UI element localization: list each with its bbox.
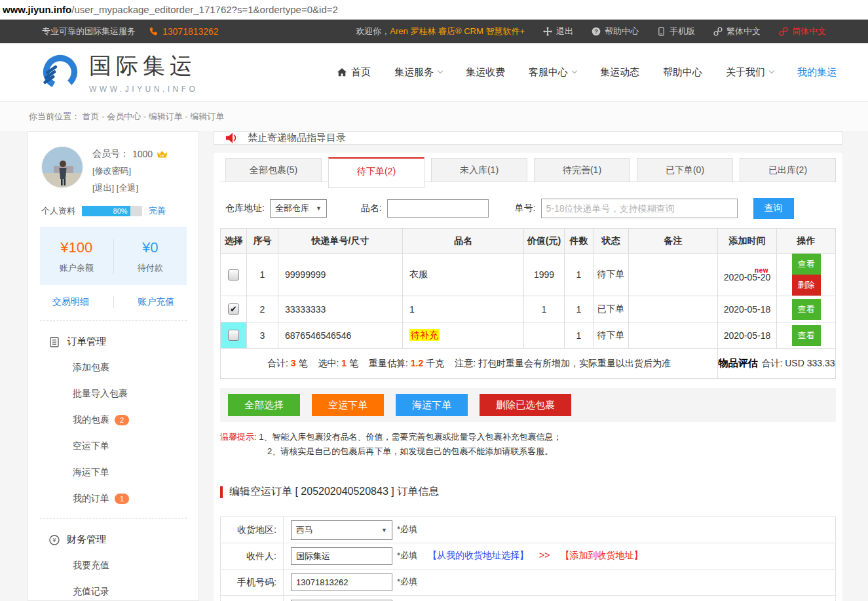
chevron-down-icon <box>438 68 443 73</box>
nav-item-support[interactable]: 客服中心 <box>529 66 576 79</box>
select-cell <box>221 254 247 296</box>
air-order-button[interactable]: 空运下单 <box>312 394 384 416</box>
row-checkbox[interactable] <box>228 269 239 281</box>
blank-label <box>221 596 284 601</box>
column-header: 备注 <box>629 229 718 254</box>
region-select[interactable]: 西马▼ <box>291 520 392 540</box>
name-cell: 衣服 <box>403 254 524 296</box>
sidebar-menu-title: ¥财务管理 <box>28 527 198 553</box>
avatar[interactable] <box>41 146 83 188</box>
sidebar-item-my_orders[interactable]: 我的订单1 <box>28 486 198 512</box>
tab-incomplete[interactable]: 待完善(1) <box>534 158 630 182</box>
phone-input[interactable] <box>291 573 392 591</box>
sidebar-menu: ¥财务管理我要充值充值记录 <box>28 518 198 601</box>
balance-amount: ¥100 <box>40 239 113 256</box>
site-logo[interactable]: 国际集运 WWW.JIYUN.INFO <box>42 51 198 94</box>
summary-row: 合计: 3 笔选中: 1 笔重量估算: 1.2 千克注意: 打包时重量会有所增加… <box>221 349 836 379</box>
sidebar-item-air_order[interactable]: 空运下单 <box>28 433 198 459</box>
search-button[interactable]: 查询 <box>753 198 794 219</box>
column-header: 价值(元) <box>524 229 565 254</box>
caret-down-icon: ▼ <box>381 527 387 533</box>
link-icon <box>779 27 788 36</box>
column-header: 件数 <box>565 229 594 254</box>
nav-item-label: 集运服务 <box>394 66 434 79</box>
profile-progress-fill: 80% <box>82 206 130 216</box>
tab-not_received[interactable]: 未入库(1) <box>431 158 527 182</box>
receiver-input[interactable] <box>291 547 392 565</box>
browser-address-bar[interactable]: www.jiyun.info/user_mypackage_editorder_… <box>0 0 868 20</box>
notice-bar[interactable]: 禁止寄递物品指导目录 <box>214 131 842 145</box>
order-icon <box>49 337 60 347</box>
nav-item-home[interactable]: 首页 <box>337 66 371 79</box>
sidebar-item-my_packages[interactable]: 我的包裹2 <box>28 407 198 433</box>
nav-item-news[interactable]: 集运动态 <box>600 66 639 79</box>
balance-label: 账户余额 <box>40 262 113 274</box>
sidebar-item-label: 充值记录 <box>73 586 109 598</box>
order-section-heading: 编辑空运订单 [ 205202040520843 ] 订单信息 <box>220 485 836 499</box>
sidebar-menu-title-label: 订单管理 <box>67 336 106 348</box>
tab-ordered[interactable]: 已下单(0) <box>637 158 733 182</box>
transactions-link[interactable]: 交易明细 <box>28 296 113 308</box>
sidebar-item-sea_order[interactable]: 海运下单 <box>28 459 198 486</box>
select-all-button[interactable]: 全部选择 <box>228 394 300 416</box>
view-button[interactable]: 查看 <box>792 325 821 346</box>
tab-pending_order[interactable]: 待下单(2) <box>328 157 425 188</box>
profile-progress-bar: 80% <box>82 206 142 216</box>
nav-item-pricing[interactable]: 集运收费 <box>466 66 505 79</box>
address-add-link[interactable]: >> <box>539 550 550 560</box>
exit-icon <box>543 27 552 36</box>
warehouse-select[interactable]: 全部仓库 ▼ <box>270 199 327 218</box>
service-phone-number: 13071813262 <box>162 26 219 37</box>
topbar-link-exit[interactable]: 退出 <box>543 26 573 37</box>
summary-unit: 笔 <box>347 358 358 368</box>
bulk-action-bar: 全部选择空运下单海运下单删除已选包裹 <box>220 388 836 422</box>
topbar-link-simplified[interactable]: 简体中文 <box>779 26 826 37</box>
phone-label: 手机号码: <box>221 570 284 596</box>
address-add-link[interactable]: 【添加到收货地址】 <box>560 550 643 560</box>
sidebar-item-add_package[interactable]: 添加包裹 <box>28 355 198 381</box>
product-name: 衣服 <box>409 269 428 279</box>
sidebar-item-batch_import[interactable]: 批量导入包裹 <box>28 381 198 407</box>
row-checkbox[interactable]: ✔ <box>228 303 239 315</box>
view-button[interactable]: 查看 <box>792 254 821 275</box>
logout-links[interactable]: [退出] [全退] <box>92 182 168 194</box>
topbar-link-help[interactable]: ?帮助中心 <box>592 26 639 37</box>
select-cell <box>221 322 247 349</box>
delete-selected-button[interactable]: 删除已选包裹 <box>480 394 571 416</box>
sidebar-item-recharge_records[interactable]: 充值记录 <box>28 579 198 601</box>
status-cell: 待下单 <box>594 322 629 349</box>
evaluation-value: 合计: USD 333.33 <box>761 358 835 368</box>
value-cell: 1999 <box>524 254 565 296</box>
sidebar-item-recharge[interactable]: 我要充值 <box>28 553 198 579</box>
nav-item-my[interactable]: 我的集运 <box>797 66 837 79</box>
nav-item-services[interactable]: 集运服务 <box>394 66 442 79</box>
receiver-label: 收件人: <box>221 543 284 570</box>
topbar-link-traditional[interactable]: 繁体中文 <box>713 26 761 37</box>
nav-item-help[interactable]: 帮助中心 <box>663 66 702 79</box>
topbar-link-label: 手机版 <box>670 26 695 37</box>
product-name-input[interactable] <box>387 199 489 218</box>
tracking-number-input[interactable] <box>541 199 738 218</box>
row-checkbox[interactable] <box>228 330 239 341</box>
link-icon <box>713 27 723 36</box>
sidebar-item-label: 我的订单 <box>73 493 109 505</box>
topbar-link-mobile[interactable]: 手机版 <box>657 26 695 37</box>
change-password-link[interactable]: [修改密码] <box>92 165 168 177</box>
recharge-link[interactable]: 账户充值 <box>113 296 199 308</box>
nav-item-about[interactable]: 关于我们 <box>726 66 774 79</box>
address-pick-link[interactable]: 【从我的收货地址选择】 <box>428 550 529 560</box>
delete-button[interactable]: 删除 <box>792 275 821 296</box>
status-cell: 待下单 <box>594 254 629 296</box>
complete-profile-link[interactable]: 完善 <box>149 205 166 217</box>
sea-order-button[interactable]: 海运下单 <box>396 394 468 416</box>
note-cell <box>629 322 718 349</box>
tab-all[interactable]: 全部包裹(5) <box>225 158 322 182</box>
table-row: 36876546546546待补充1待下单2020-05-18查看 <box>221 322 836 349</box>
packages-table: 选择序号快递单号/尺寸品名价值(元)件数状态备注添加时间操作 199999999… <box>220 228 836 379</box>
summary-piece: 重量估算: 1.2 千克 <box>369 358 444 368</box>
view-button[interactable]: 查看 <box>792 299 821 320</box>
date-cell: new2020-05-20 <box>718 254 777 296</box>
nav-item-label: 帮助中心 <box>663 66 702 79</box>
qty-cell: 1 <box>565 296 594 322</box>
tab-shipped[interactable]: 已出库(2) <box>740 158 836 182</box>
